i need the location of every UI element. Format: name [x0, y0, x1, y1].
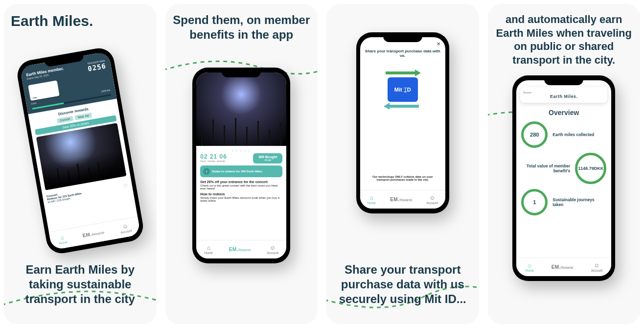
favorite-icon[interactable]: ♡	[123, 183, 129, 188]
howto-heading: How to redeem	[200, 192, 282, 196]
tab-account[interactable]: ☺Account	[591, 262, 603, 272]
em-logo-icon: EM.	[552, 264, 561, 270]
mitid-graphic: Mit ⌶D	[381, 68, 425, 112]
howto-body: Simply insert your Earth Miles discount …	[200, 196, 282, 202]
marketing-text-1: Earn Earth Miles by taking sustainable t…	[11, 262, 150, 315]
tab-bar: ⌂Home EM.Rewards ☺Account	[196, 240, 286, 258]
phone-mock-1: Earth Miles member. Expire Sep 26, 2026 …	[15, 46, 145, 256]
home-icon: ⌂	[525, 262, 533, 268]
tab-home[interactable]: ⌂Home	[205, 245, 213, 255]
chevron-right-icon: ›	[203, 168, 210, 175]
logo-card: Review Earth Miles.	[520, 87, 607, 103]
tab-home[interactable]: ⌂Home	[57, 234, 68, 245]
screenshot-panel-1: Earth Miles. Earth Miles member. Expire …	[4, 4, 157, 324]
em-logo-icon: EM.	[82, 232, 92, 238]
page-dots: • • • • •	[200, 149, 282, 152]
brand-title: Earth Miles.	[11, 13, 93, 29]
stat-value-dkk: 1146.79DKK	[575, 153, 606, 184]
filter-chip-nearme[interactable]: Near me	[74, 113, 92, 120]
em-logo-icon: EM.	[390, 197, 399, 202]
screenshot-panel-2: Spend them, on member benefits in the ap…	[165, 4, 318, 324]
reward-image[interactable]	[36, 123, 127, 190]
account-icon: ☺	[267, 245, 278, 251]
tab-account[interactable]: ☺Account	[267, 245, 278, 255]
screenshot-panel-4: and automatically earn Earth Miles when …	[488, 4, 641, 324]
earth-miles-logo: Earth Miles.	[523, 94, 604, 99]
tab-rewards[interactable]: EM.Rewards	[82, 229, 104, 238]
countdown-timer: 02 21 06 hours · minutes · seconds	[200, 153, 251, 164]
tab-home[interactable]: ⌂Home	[367, 195, 375, 205]
tab-rewards[interactable]: EM.Rewards	[229, 247, 251, 252]
stat-label-dkk: Total value of member benefit's	[521, 164, 570, 173]
offer-hero-image	[196, 72, 286, 146]
swipe-redeem-button[interactable]: › Swipe to redeem for 350 Earth Miles	[200, 165, 282, 177]
stat-row-journeys: 1 Sustainable journeys taken	[521, 189, 606, 215]
account-icon: ☺	[591, 262, 603, 268]
stat-value-collected: 280	[521, 121, 548, 148]
marketing-text-4: and automatically earn Earth Miles when …	[495, 13, 634, 67]
bought-badge: 300 Bought 43 left	[253, 153, 282, 164]
tab-home[interactable]: ⌂Home	[525, 262, 533, 272]
marketing-text-2: Spend them, on member benefits in the ap…	[172, 13, 311, 42]
em-logo-icon: EM.	[229, 247, 238, 252]
marketing-text-3: Share your transport purchase data with …	[333, 262, 472, 315]
progress-max: 1000 km	[101, 89, 111, 93]
account-icon: ☺	[427, 195, 438, 201]
privacy-note: Our technology ONLY collects data on you…	[365, 175, 440, 181]
mitid-logo[interactable]: Mit ⌶D	[388, 77, 418, 102]
close-icon[interactable]: ✕	[437, 41, 440, 47]
phone-mock-2: • • • • • 02 21 06 hours · minutes · sec…	[192, 68, 290, 263]
offer-subtitle: Check out a this great concert with the …	[200, 184, 282, 190]
stat-label-journeys: Sustainable journeys taken	[552, 197, 606, 207]
screenshot-panel-3: ✕ Share your transport purchase data wit…	[326, 4, 479, 324]
phone-mock-3: ✕ Share your transport purchase data wit…	[356, 32, 449, 213]
tab-account[interactable]: ☺Account	[119, 222, 132, 234]
tab-rewards[interactable]: EM.Rewards	[390, 197, 412, 202]
tab-account[interactable]: ☺Account	[427, 195, 438, 205]
stat-value-journeys: 1	[521, 189, 548, 215]
tab-bar: ⌂Home EM.Rewards ☺Account	[360, 190, 445, 209]
stat-row-collected: 280 Earth miles collected	[521, 121, 606, 148]
home-icon: ⌂	[367, 195, 375, 201]
phone-mock-4: Review Earth Miles. Overview 280 Earth m…	[512, 75, 615, 281]
overview-heading: Overview	[516, 109, 611, 117]
stat-row-value: 1146.79DKK Total value of member benefit…	[521, 153, 606, 184]
home-icon: ⌂	[205, 245, 213, 251]
tab-bar: ⌂Home EM.Rewards ☺Account	[49, 216, 141, 250]
tab-rewards[interactable]: EM.Rewards	[552, 264, 574, 270]
offer-title: Get 20% off your entrance for the concer…	[200, 180, 282, 184]
tab-bar: ⌂Home EM.Rewards ☺Account	[516, 258, 611, 276]
share-title: Share your transport purchase data with …	[365, 49, 440, 58]
filter-chip-concert[interactable]: Concert	[57, 116, 73, 124]
arrow-left-icon	[384, 103, 419, 110]
arrow-right-icon	[386, 70, 421, 76]
stat-label-collected: Earth miles collected	[552, 132, 606, 137]
